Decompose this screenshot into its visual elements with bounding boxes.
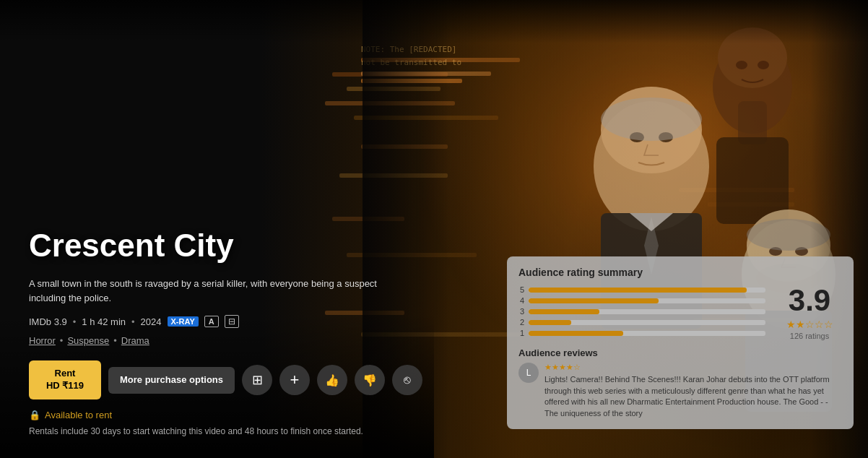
genre-suspense[interactable]: Suspense xyxy=(67,335,109,346)
availability-row: 🔒 Available to rent xyxy=(29,410,448,420)
movie-title: Crescent City xyxy=(29,228,448,264)
reviews-title: Audience reviews xyxy=(518,347,842,358)
meta-separator-1: • xyxy=(73,316,77,327)
bar-fill-4 xyxy=(529,298,659,303)
meta-separator-2: • xyxy=(131,316,135,327)
cc-badge: ⊟ xyxy=(225,315,239,328)
movie-info-panel: Crescent City A small town in the south … xyxy=(29,228,448,436)
watchlist-button[interactable]: ⊞ xyxy=(242,365,272,395)
movie-year: 2024 xyxy=(141,316,162,327)
thumbup-icon: 👍 xyxy=(325,373,339,387)
thumbdown-icon: 👎 xyxy=(363,373,377,387)
bar-row-4: 4 xyxy=(518,296,765,305)
xray-badge: X-RAY xyxy=(168,316,199,327)
add-button[interactable]: + xyxy=(279,365,310,395)
imdb-label: IMDb 3.9 xyxy=(29,316,67,327)
movie-meta-row: IMDb 3.9 • 1 h 42 min • 2024 X-RAY A ⊟ xyxy=(29,315,448,328)
availability-text: Available to rent xyxy=(45,410,112,420)
review-stars: ★★★★☆ xyxy=(544,363,842,372)
bar-row-1: 1 xyxy=(518,329,765,337)
genre-row: Horror • Suspense • Drama xyxy=(29,335,448,346)
review-text: Lights! Camera!! Behind The Scenes!!! Ka… xyxy=(544,374,842,419)
add-icon: + xyxy=(290,371,300,389)
bar-fill-5 xyxy=(529,288,747,293)
movie-duration: 1 h 42 min xyxy=(82,316,126,327)
genre-drama[interactable]: Drama xyxy=(121,335,149,346)
rating-score-area: 3.9 ★★☆☆☆ 126 ratings xyxy=(777,285,842,340)
thumbup-button[interactable]: 👍 xyxy=(317,365,347,395)
rating-bars: 5 4 3 2 xyxy=(518,285,765,340)
lock-icon: 🔒 xyxy=(29,410,40,420)
thumbdown-button[interactable]: 👎 xyxy=(355,365,385,395)
review-item: L ★★★★☆ Lights! Camera!! Behind The Scen… xyxy=(518,363,842,419)
bar-fill-1 xyxy=(529,331,623,336)
rent-button[interactable]: Rent HD ₹119 xyxy=(29,360,101,399)
more-purchase-button[interactable]: More purchase options xyxy=(108,367,235,394)
svg-point-6 xyxy=(758,61,769,69)
share-icon: ⎋ xyxy=(404,373,411,386)
svg-point-5 xyxy=(736,61,747,69)
rating-content: 5 4 3 2 xyxy=(518,285,842,340)
bar-row-3: 3 xyxy=(518,307,765,316)
review-body: ★★★★☆ Lights! Camera!! Behind The Scenes… xyxy=(544,363,842,419)
rating-stars: ★★☆☆☆ xyxy=(786,319,833,330)
rating-panel-title: Audience rating summary xyxy=(518,267,842,278)
rating-score: 3.9 xyxy=(789,285,830,316)
action-buttons-row: Rent HD ₹119 More purchase options ⊞ + 👍… xyxy=(29,360,448,399)
bar-row-2: 2 xyxy=(518,318,765,327)
ratings-count: 126 ratings xyxy=(790,332,829,340)
rating-badge: A xyxy=(204,316,219,327)
share-button[interactable]: ⎋ xyxy=(392,365,422,395)
bar-fill-2 xyxy=(529,320,571,325)
audience-rating-panel: Audience rating summary 5 4 3 xyxy=(507,256,854,429)
reviewer-avatar: L xyxy=(518,363,539,383)
rental-note: Rentals include 30 days to start watchin… xyxy=(29,426,404,436)
movie-description: A small town in the south is ravaged by … xyxy=(29,277,404,305)
bar-row-5: 5 xyxy=(518,285,765,294)
svg-point-13 xyxy=(601,98,702,141)
bar-fill-3 xyxy=(529,309,599,314)
genre-horror[interactable]: Horror xyxy=(29,335,56,346)
top-gradient-overlay xyxy=(0,0,868,43)
watchlist-icon: ⊞ xyxy=(252,372,263,388)
